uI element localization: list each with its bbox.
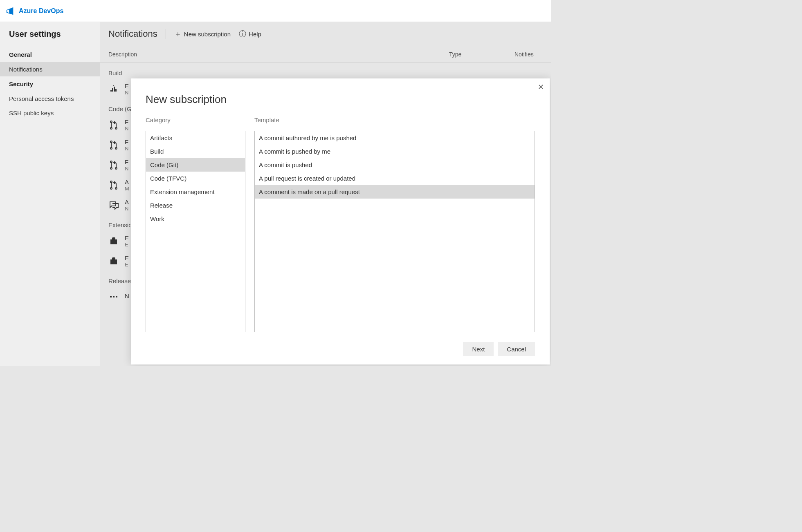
sidebar-item-pat[interactable]: Personal access tokens (0, 92, 100, 106)
row-title: F (125, 118, 128, 125)
row-subtitle: E (125, 241, 129, 248)
close-icon: ✕ (538, 83, 544, 91)
row-title: E (125, 83, 129, 89)
sidebar-item-notifications[interactable]: Notifications (0, 62, 100, 76)
row-title: F (125, 139, 128, 145)
comment-icon (108, 200, 119, 210)
topbar: Azure DevOps (0, 0, 551, 22)
row-subtitle: M (125, 186, 129, 192)
template-item[interactable]: A commit authored by me is pushed (255, 131, 535, 145)
dialog-title: New subscription (146, 93, 535, 106)
row-title: F (125, 159, 128, 165)
table-header: Description Type Notifies (100, 46, 551, 63)
template-item[interactable]: A commit is pushed by me (255, 145, 535, 158)
close-button[interactable]: ✕ (538, 83, 544, 92)
release-icon (108, 291, 119, 301)
pr-icon (108, 120, 119, 130)
cancel-button[interactable]: Cancel (498, 342, 535, 356)
ext-icon (108, 236, 119, 246)
page-header: Notifications ＋ New subscription ⓘ Help (100, 22, 551, 46)
category-item[interactable]: Code (Git) (146, 158, 245, 172)
col-notifies: Notifies (506, 46, 551, 63)
row-subtitle: N (125, 125, 128, 132)
ext-icon (108, 256, 119, 266)
pr-icon (108, 180, 119, 190)
template-item[interactable]: A comment is made on a pull request (255, 185, 535, 199)
dialog-footer: Next Cancel (131, 336, 550, 364)
category-listbox[interactable]: ArtifactsBuildCode (Git)Code (TFVC)Exten… (146, 131, 245, 332)
group-label: Build (100, 63, 551, 79)
template-item[interactable]: A commit is pushed (255, 158, 535, 172)
sidebar-title: User settings (0, 29, 100, 47)
template-label: Template (254, 116, 535, 123)
page-title: Notifications (108, 29, 157, 39)
row-title: N (125, 293, 129, 300)
category-label: Category (146, 116, 245, 123)
category-item[interactable]: Code (TFVC) (146, 172, 245, 185)
sidebar-section-general[interactable]: General (0, 47, 100, 62)
category-item[interactable]: Build (146, 145, 245, 158)
category-item[interactable]: Release (146, 199, 245, 212)
row-title: A (125, 199, 129, 206)
new-subscription-dialog: ✕ New subscription Category ArtifactsBui… (131, 78, 550, 364)
new-subscription-button[interactable]: ＋ New subscription (174, 29, 231, 39)
help-label: Help (249, 31, 261, 38)
new-subscription-label: New subscription (184, 31, 231, 38)
brand-logo[interactable]: Azure DevOps (6, 7, 63, 16)
col-type: Type (441, 46, 506, 63)
separator (166, 29, 166, 39)
sidebar-section-security[interactable]: Security (0, 76, 100, 92)
category-item[interactable]: Work (146, 212, 245, 226)
help-icon: ⓘ (239, 29, 246, 39)
plus-icon: ＋ (174, 29, 182, 39)
row-title: A (125, 179, 129, 186)
azure-devops-icon (6, 7, 15, 16)
template-item[interactable]: A pull request is created or updated (255, 172, 535, 185)
row-title: E (125, 235, 129, 241)
pr-icon (108, 160, 119, 170)
sidebar: User settings General Notifications Secu… (0, 22, 100, 366)
sidebar-item-ssh[interactable]: SSH public keys (0, 106, 100, 120)
row-title: E (125, 255, 129, 262)
row-subtitle: N (125, 89, 129, 96)
build-icon (108, 84, 119, 94)
category-item[interactable]: Extension management (146, 185, 245, 199)
next-button[interactable]: Next (463, 342, 494, 356)
row-subtitle: E (125, 262, 129, 268)
brand-text: Azure DevOps (19, 7, 63, 15)
template-listbox[interactable]: A commit authored by me is pushedA commi… (254, 131, 535, 332)
pr-icon (108, 140, 119, 150)
category-item[interactable]: Artifacts (146, 131, 245, 145)
row-subtitle: N (125, 206, 129, 212)
row-subtitle: N (125, 165, 128, 172)
help-button[interactable]: ⓘ Help (239, 29, 261, 39)
col-description: Description (100, 46, 441, 63)
row-subtitle: N (125, 145, 128, 152)
